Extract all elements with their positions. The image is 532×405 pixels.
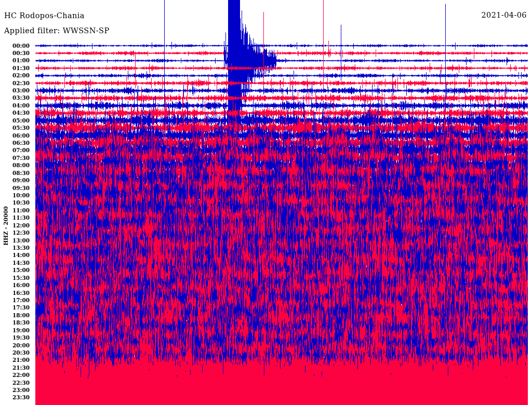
time-label: 10:30: [0, 200, 30, 206]
time-label: 23:00: [0, 387, 30, 393]
time-label: 22:30: [0, 380, 30, 386]
time-label: 08:30: [0, 170, 30, 176]
station-title: HC Rodopos-Chania: [4, 11, 85, 20]
time-label: 02:30: [0, 80, 30, 86]
helicorder-page: HC Rodopos-Chania Applied filter: WWSSN-…: [0, 0, 532, 405]
time-label: 17:30: [0, 305, 30, 310]
time-label: 09:30: [0, 185, 30, 191]
helicorder-canvas: [0, 0, 532, 405]
time-label: 07:00: [0, 147, 30, 153]
time-label: 11:00: [0, 208, 30, 213]
time-label: 20:30: [0, 350, 30, 356]
time-label: 15:00: [0, 267, 30, 273]
time-label: 11:30: [0, 215, 30, 221]
time-label: 20:00: [0, 343, 30, 348]
time-label: 21:00: [0, 357, 30, 363]
time-label: 14:30: [0, 260, 30, 266]
time-label: 19:30: [0, 335, 30, 341]
time-label: 10:00: [0, 193, 30, 198]
time-label: 06:30: [0, 140, 30, 146]
time-label: 03:30: [0, 95, 30, 101]
time-label: 13:00: [0, 238, 30, 244]
time-label: 01:30: [0, 65, 30, 71]
time-label: 22:00: [0, 372, 30, 378]
time-label: 18:00: [0, 313, 30, 318]
time-label: 04:00: [0, 103, 30, 109]
time-label: 21:30: [0, 365, 30, 371]
time-label: 06:00: [0, 133, 30, 139]
time-label: 23:30: [0, 395, 30, 400]
time-label: 13:30: [0, 245, 30, 251]
time-label: 04:30: [0, 110, 30, 116]
time-label: 19:00: [0, 328, 30, 333]
time-label: 09:00: [0, 178, 30, 183]
time-label: 03:00: [0, 88, 30, 93]
time-label: 00:30: [0, 50, 30, 56]
time-label: 01:00: [0, 58, 30, 63]
date-label: 2021-04-06: [481, 11, 527, 19]
time-label: 02:00: [0, 73, 30, 78]
time-label: 00:00: [0, 43, 30, 49]
time-label: 05:30: [0, 125, 30, 131]
time-label: 12:00: [0, 223, 30, 228]
time-label: 16:00: [0, 282, 30, 288]
time-label: 15:30: [0, 275, 30, 281]
time-label: 08:00: [0, 163, 30, 168]
time-label: 18:30: [0, 320, 30, 326]
time-label: 17:00: [0, 298, 30, 303]
time-label: 16:30: [0, 290, 30, 296]
time-label: 07:30: [0, 155, 30, 161]
time-label: 14:00: [0, 252, 30, 258]
time-label: 05:00: [0, 118, 30, 124]
time-label: 12:30: [0, 230, 30, 236]
applied-filter-label: Applied filter: WWSSN-SP: [4, 26, 110, 35]
